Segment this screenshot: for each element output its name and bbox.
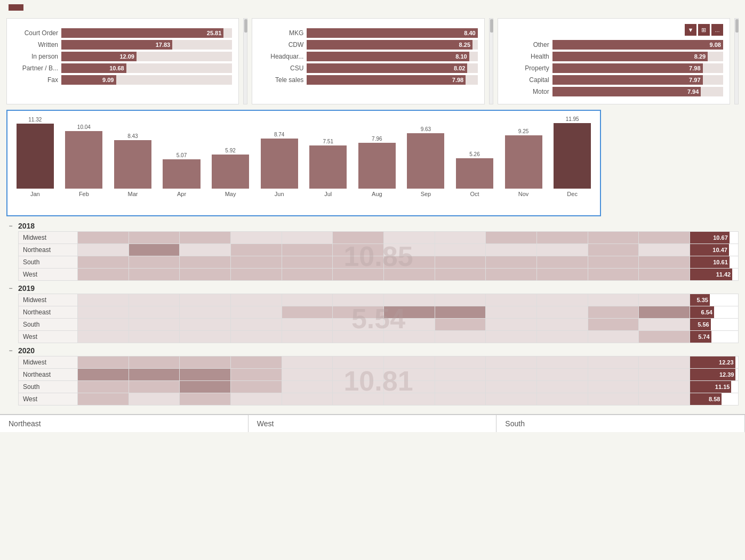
year-header: −2018: [6, 221, 739, 231]
chart-bar-value: 7.51: [323, 139, 333, 144]
portals-scrollbar[interactable]: [243, 18, 247, 104]
grid-cell: [486, 319, 536, 330]
chart-bar-month: Sep: [421, 191, 431, 197]
year-toggle[interactable]: −: [6, 222, 15, 230]
grid-cell: [435, 319, 486, 330]
bar-row: Headquar...8.10: [259, 52, 477, 61]
bar-fill: 8.25: [307, 40, 472, 50]
grid-cell: [384, 294, 435, 306]
year-toggle[interactable]: −: [6, 285, 15, 292]
chart-bar-group: 8.43Mar: [109, 116, 156, 197]
grid-cell: [333, 381, 383, 393]
grid-cell: [129, 393, 180, 405]
grid-row-label: South: [19, 319, 77, 330]
grid-cell: [537, 393, 588, 405]
grid-row-label: Northeast: [19, 244, 77, 256]
export-icon[interactable]: ⊞: [698, 24, 710, 36]
total-bar-cell: 12.39: [690, 369, 738, 380]
bar-label: Fax: [13, 76, 61, 84]
grid-cell: [537, 269, 588, 280]
bar-container: 8.29: [552, 52, 723, 61]
year-grid: Midwest12.23Northeast12.39South11.15West…: [18, 356, 739, 405]
total-bar-cell: 11.42: [690, 269, 738, 280]
grid-cell: [333, 319, 383, 330]
bar-label: Property: [504, 64, 552, 72]
bar-row: MKG8.40: [259, 28, 477, 38]
bar-container: 25.81: [61, 28, 232, 38]
bar-row: Capital7.97: [504, 75, 723, 85]
grid-cell: [231, 269, 282, 280]
chart-bar-value: 10.04: [77, 124, 91, 130]
total-bar-cell: 8.58: [690, 393, 738, 405]
more-icon[interactable]: ...: [711, 24, 723, 36]
grid-cell: [486, 369, 536, 380]
total-bar-cell: 6.54: [690, 306, 738, 318]
top-panels: Court Order25.81Written17.83In person12.…: [0, 15, 745, 108]
grid-cell: [129, 369, 180, 380]
grid-cell: [333, 356, 383, 368]
grid-cell: [282, 306, 333, 318]
chart-bar-month: Jul: [324, 191, 332, 197]
footer-tab[interactable]: Northeast: [0, 415, 249, 432]
grid-cell: [333, 232, 383, 244]
grid-cell: [231, 369, 282, 380]
chart-bar-group: 5.92May: [207, 116, 254, 197]
chart-bar-rect: [17, 124, 54, 189]
grid-cell: [129, 294, 180, 306]
grid-cell: [180, 256, 230, 268]
grid-cell: [333, 294, 383, 306]
bar-label: Motor: [504, 88, 552, 95]
chart-bar-value: 11.95: [566, 116, 579, 122]
bar-row: Fax9.09: [13, 75, 232, 85]
filter-icon[interactable]: ▼: [685, 24, 696, 36]
grid-cell: [384, 232, 435, 244]
grid-cell: [537, 232, 588, 244]
bar-container: 7.98: [307, 75, 477, 85]
grid-row-label: Midwest: [19, 232, 77, 244]
chart-bar-rect: [456, 158, 493, 189]
grid-cell: [384, 256, 435, 268]
bar-fill: 8.29: [552, 52, 708, 61]
grid-cell: [180, 306, 230, 318]
grid-cell: [384, 356, 435, 368]
grid-cell: [129, 256, 180, 268]
distribution-scrollbar[interactable]: [489, 18, 493, 104]
bar-fill: 12.09: [61, 52, 137, 61]
bar-row: Motor7.94: [504, 87, 723, 96]
chart-bar-group: 11.95Dec: [549, 116, 596, 197]
footer-tab[interactable]: West: [249, 415, 497, 432]
year-toggle[interactable]: −: [6, 347, 15, 354]
grid-cell: [588, 256, 639, 268]
grid-cell: [435, 331, 486, 343]
grid-row-label: South: [19, 256, 77, 268]
chart-bar-value: 8.43: [127, 133, 138, 139]
chart-bar-rect: [309, 145, 347, 189]
grid-cell: [333, 393, 383, 405]
grid-cell: [486, 256, 536, 268]
chart-bar-group: 5.26Oct: [451, 116, 498, 197]
grid-cell: [384, 393, 435, 405]
grid-cell: [180, 331, 230, 343]
grid-cell: [435, 256, 486, 268]
grid-cell: [231, 356, 282, 368]
bar-fill: 8.02: [307, 63, 467, 73]
chart-bar-group: 11.32Jan: [12, 116, 59, 197]
total-bar: 5.35: [690, 294, 710, 306]
grid-cell: [231, 381, 282, 393]
grid-cell: [384, 269, 435, 280]
grid-cell: [180, 381, 230, 393]
grid-row-label: Northeast: [19, 306, 77, 318]
footer-tabs: NortheastWestSouth: [0, 414, 745, 432]
footer-tab[interactable]: South: [496, 415, 745, 432]
bar-fill: 10.68: [61, 63, 126, 73]
bar-container: 8.10: [307, 52, 477, 61]
product-scrollbar[interactable]: [734, 18, 739, 104]
grid-cell: [333, 256, 383, 268]
header: [0, 0, 745, 15]
total-bar: 6.54: [690, 306, 714, 318]
grid-cell: [435, 232, 486, 244]
bar-label: Health: [504, 53, 552, 60]
total-bar-cell: 5.35: [690, 294, 738, 306]
grid-cell: [282, 232, 333, 244]
grid-cell: [333, 244, 383, 256]
